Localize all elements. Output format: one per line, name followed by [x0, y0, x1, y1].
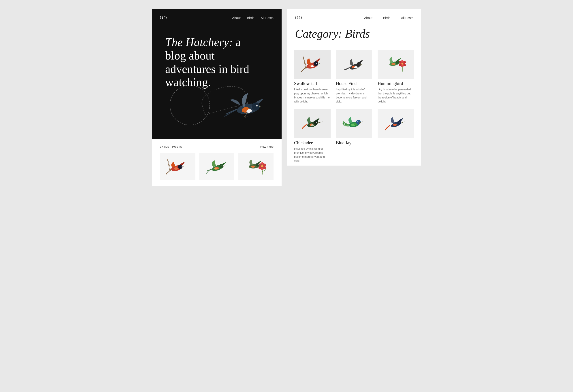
svg-point-34 [314, 61, 318, 66]
bird-card-finch[interactable]: House Finch Inspirited by this wind of p… [333, 47, 375, 106]
nav-birds-left[interactable]: Birds [247, 16, 254, 20]
hero-text: The Hatchery: a blog about adventures in… [152, 27, 282, 89]
bird-card-bluejay[interactable]: Blue Jay [333, 106, 375, 166]
svg-point-63 [358, 121, 358, 122]
svg-point-16 [219, 164, 223, 168]
svg-point-39 [357, 62, 361, 67]
svg-point-13 [181, 166, 181, 166]
svg-point-44 [401, 60, 403, 62]
left-nav: OO About Birds All Posts [152, 9, 282, 27]
nav-about-right[interactable]: About [364, 16, 373, 20]
svg-point-55 [397, 62, 398, 62]
svg-line-7 [244, 115, 246, 117]
post-thumb-2[interactable] [199, 153, 234, 180]
bird-name-chickadee: Chickadee [294, 140, 331, 145]
svg-point-50 [401, 63, 403, 64]
svg-point-29 [251, 166, 255, 168]
svg-point-21 [263, 163, 266, 166]
left-panel: OO About Birds All Posts The Hatchery: a… [152, 9, 282, 186]
svg-point-46 [404, 64, 406, 66]
hero-bird-svg [223, 89, 268, 125]
bird-card-6[interactable] [375, 106, 417, 166]
post-bird-2 [205, 157, 228, 176]
svg-point-35 [316, 63, 317, 64]
bird-desc-hummingbird: I try in vain to be persuaded that the p… [377, 88, 414, 104]
bird-card-swallow[interactable]: Swallow-tail I feel a cold northern bree… [291, 47, 333, 106]
latest-posts-label: LATEST POSTS [160, 145, 182, 148]
latest-posts-section: LATEST POSTS View more [152, 139, 282, 186]
svg-point-22 [263, 166, 266, 169]
view-more-link[interactable]: View more [260, 145, 273, 148]
bird-image-finch [336, 50, 373, 79]
post-thumb-3[interactable] [238, 153, 273, 180]
hero-title: The Hatchery: a blog about adventures in… [165, 36, 259, 89]
bird-image-hummingbird [377, 50, 414, 79]
right-nav: OO About Birds All Posts [287, 9, 421, 20]
nav-allposts-right[interactable]: All Posts [401, 16, 413, 20]
bird-desc-chickadee: Inspirited by this wind of promise, my d… [294, 147, 331, 163]
hero-title-italic: The Hatchery: [165, 36, 233, 49]
bird-card-chickadee[interactable]: Chickadee Inspirited by this wind of pro… [291, 106, 333, 166]
svg-point-41 [359, 64, 360, 64]
hero-bird [223, 89, 268, 125]
bird-image-chickadee [294, 109, 331, 138]
svg-point-24 [258, 166, 261, 169]
bird-image-swallow [294, 50, 331, 79]
svg-point-18 [214, 168, 217, 169]
svg-point-36 [311, 65, 314, 67]
svg-point-17 [222, 165, 222, 166]
svg-point-59 [316, 122, 317, 123]
bird-card-hummingbird[interactable]: Hummingbird I try in vain to be persuade… [375, 47, 417, 106]
category-title: Category: Birds [287, 20, 421, 47]
svg-point-31 [258, 164, 259, 165]
logo-right: OO [295, 15, 302, 20]
bird-name-finch: House Finch [336, 81, 373, 86]
svg-point-30 [256, 163, 259, 166]
svg-point-58 [314, 120, 318, 125]
svg-point-20 [261, 162, 263, 165]
posts-grid [160, 153, 273, 180]
post-bird-3 [244, 156, 268, 176]
svg-point-65 [354, 123, 357, 125]
svg-point-26 [261, 165, 263, 167]
svg-point-12 [178, 164, 183, 169]
bird-name-bluejay: Blue Jay [336, 140, 373, 145]
svg-point-48 [399, 64, 401, 66]
svg-point-60 [311, 125, 314, 126]
svg-point-53 [391, 63, 395, 65]
bird-image-bluejay [336, 109, 373, 138]
right-panel: OO About Birds All Posts Category: Birds [287, 9, 421, 166]
svg-point-5 [257, 106, 258, 106]
nav-birds-right[interactable]: Birds [383, 16, 390, 20]
svg-point-68 [397, 121, 401, 125]
latest-posts-header: LATEST POSTS View more [160, 145, 273, 148]
svg-line-9 [246, 115, 248, 117]
bird-desc-finch: Inspirited by this wind of promise, my d… [336, 88, 373, 104]
svg-point-69 [399, 122, 400, 123]
svg-point-11 [174, 167, 178, 170]
hero-section: OO About Birds All Posts The Hatchery: a… [152, 9, 282, 139]
post-thumb-1[interactable] [160, 153, 196, 180]
svg-point-67 [393, 124, 397, 126]
bird-image-6 [377, 109, 414, 138]
nav-links-right: About Birds All Posts [364, 16, 413, 20]
bird-name-hummingbird: Hummingbird [377, 81, 414, 86]
svg-point-3 [252, 103, 260, 110]
nav-about-left[interactable]: About [232, 16, 241, 20]
svg-point-45 [404, 61, 406, 63]
bird-desc-swallow: I feel a cold northern breeze play upon … [294, 88, 331, 104]
nav-links-left: About Birds All Posts [232, 16, 273, 20]
nav-allposts-left[interactable]: All Posts [261, 16, 273, 20]
svg-point-54 [395, 60, 399, 64]
post-bird-1 [166, 157, 189, 176]
logo-left: OO [160, 15, 167, 20]
birds-grid: Swallow-tail I feel a cold northern bree… [287, 47, 421, 166]
svg-point-42 [354, 66, 358, 69]
bird-name-swallow: Swallow-tail [294, 81, 331, 86]
